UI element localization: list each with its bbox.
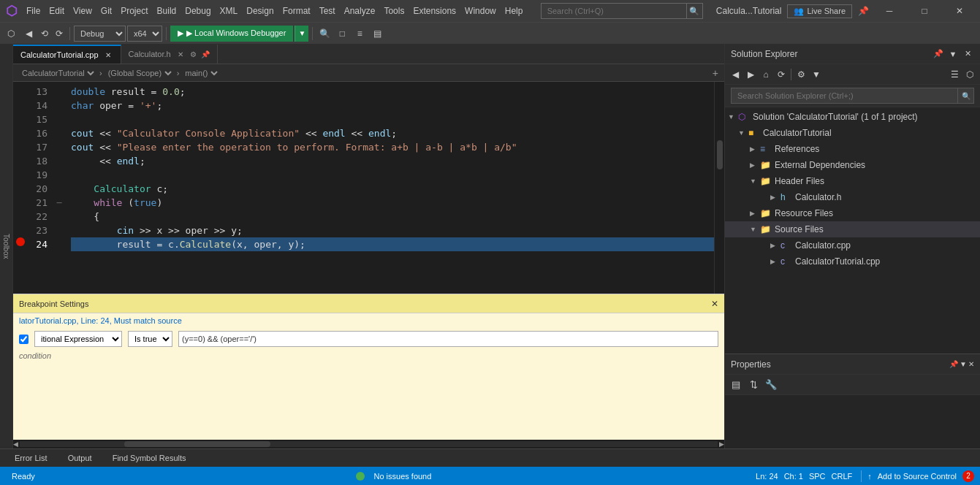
tab-pin-btn[interactable]: 📌: [201, 50, 210, 58]
breakpoint-indicator[interactable]: [13, 234, 28, 248]
editor-add-btn[interactable]: +: [713, 67, 718, 79]
se-forward-btn[interactable]: ▶: [743, 67, 758, 82]
menu-debug[interactable]: Debug: [181, 3, 215, 19]
tab-calculator-h[interactable]: Calculator.h ✕ ⚙ 📌: [121, 45, 218, 64]
menu-git[interactable]: Git: [96, 3, 116, 19]
bottom-tab-find-symbols[interactable]: Find Symbol Results: [104, 452, 195, 464]
se-settings-btn[interactable]: ⚙: [794, 67, 808, 82]
menu-format[interactable]: Format: [278, 3, 315, 19]
ext-deps-label: External Dependencies: [775, 160, 865, 170]
run-button[interactable]: ▶ ▶ Local Windows Debugger: [170, 26, 293, 42]
bp-condition-type[interactable]: itional Expression: [34, 331, 122, 347]
menu-file[interactable]: File: [22, 3, 45, 19]
bottom-tab-error-list[interactable]: Error List: [6, 452, 56, 464]
resource-files-arrow: ▶: [750, 210, 760, 217]
se-search-input[interactable]: [731, 88, 958, 104]
tab-close-1[interactable]: ✕: [103, 50, 113, 60]
menu-help[interactable]: Help: [501, 3, 528, 19]
hscroll-right[interactable]: ▶: [719, 440, 724, 448]
tree-item-source-files[interactable]: ▼ 📁 Source Files: [725, 221, 980, 237]
platform-dropdown[interactable]: x64 x86: [127, 26, 162, 42]
breakpoint-gutter: [13, 82, 28, 294]
se-close-btn[interactable]: ✕: [961, 47, 974, 61]
tree-item-project[interactable]: ▼ ■ CalculatorTutorial: [725, 125, 980, 141]
tab-settings-btn[interactable]: ⚙: [190, 50, 197, 58]
close-button[interactable]: ✕: [945, 1, 974, 21]
tree-item-header-files[interactable]: ▼ 📁 Header Files: [725, 173, 980, 189]
tab-close-2[interactable]: ✕: [175, 49, 186, 59]
se-filter-btn[interactable]: ▼: [809, 67, 824, 82]
toolbar-icon3[interactable]: ≡: [352, 26, 368, 42]
filepath-left-select[interactable]: CalculatorTutorial: [19, 66, 96, 80]
hscroll-left[interactable]: ◀: [13, 440, 18, 448]
bp-close-btn[interactable]: ✕: [711, 299, 718, 309]
ext-deps-icon: 📁: [760, 160, 772, 170]
global-search-input[interactable]: [541, 3, 687, 19]
menu-project[interactable]: Project: [116, 3, 152, 19]
se-pin-btn[interactable]: 📌: [932, 47, 945, 61]
editor-hscrollbar[interactable]: ◀ ▶: [13, 440, 724, 448]
prop-settings-btn[interactable]: 🔧: [763, 377, 779, 393]
forward-button[interactable]: ◀: [20, 26, 37, 42]
references-label: References: [775, 144, 819, 154]
prop-dropdown-btn[interactable]: ▼: [960, 360, 967, 368]
fold-button-while[interactable]: ─: [53, 196, 65, 210]
se-home-btn[interactable]: ⌂: [759, 67, 773, 82]
se-showall-btn[interactable]: ☰: [947, 67, 962, 82]
tree-item-references[interactable]: ▶ ≡ References: [725, 141, 980, 157]
se-preview-btn[interactable]: ⬡: [962, 67, 977, 82]
prop-sort-btn[interactable]: ⇅: [745, 377, 761, 393]
run-dropdown[interactable]: ▼: [295, 26, 308, 42]
filepath-scope-select[interactable]: (Global Scope): [105, 66, 174, 80]
editor-vscrollbar[interactable]: [714, 82, 724, 294]
redo-button[interactable]: ⟳: [53, 27, 66, 40]
maximize-button[interactable]: □: [910, 1, 939, 21]
filepath-func-select[interactable]: main(): [182, 66, 220, 80]
prop-pin-btn[interactable]: 📌: [949, 360, 958, 368]
tree-item-calculator-tutorial-cpp[interactable]: ▶ c CalculatorTutorial.cpp: [725, 253, 980, 270]
line-numbers: 13 14 15 16 17 18 19 20 21 22 23 24: [28, 82, 53, 294]
back-button[interactable]: ⬡: [3, 26, 19, 42]
se-dropdown-btn[interactable]: ▼: [946, 47, 960, 61]
prop-header: Properties 📌 ▼ ✕: [725, 354, 980, 375]
tree-item-ext-deps[interactable]: ▶ 📁 External Dependencies: [725, 157, 980, 173]
live-share-button[interactable]: 👥 Live Share: [787, 4, 852, 18]
undo-button[interactable]: ⟲: [38, 27, 51, 40]
menu-window[interactable]: Window: [460, 3, 501, 19]
calculator-cpp-arrow: ▶: [770, 242, 780, 249]
menu-edit[interactable]: Edit: [45, 3, 69, 19]
code-content[interactable]: double result = 0.0; char oper = '+'; co…: [65, 82, 714, 294]
menu-build[interactable]: Build: [153, 3, 181, 19]
prop-close-btn[interactable]: ✕: [968, 360, 974, 368]
tree-item-resource-files[interactable]: ▶ 📁 Resource Files: [725, 205, 980, 221]
live-share-icon: 👥: [794, 7, 804, 16]
minimize-button[interactable]: ─: [875, 1, 904, 21]
menu-view[interactable]: View: [69, 3, 96, 19]
bottom-tab-output[interactable]: Output: [59, 452, 101, 464]
se-back-btn[interactable]: ◀: [728, 67, 742, 82]
bp-expression-input[interactable]: [178, 331, 718, 347]
search-files-button[interactable]: 🔍: [316, 26, 333, 42]
se-refresh-btn[interactable]: ⟳: [774, 67, 789, 82]
status-no-issues: No issues found: [368, 472, 437, 481]
bp-is-true-select[interactable]: Is true: [128, 331, 172, 347]
toolbar-icon2[interactable]: □: [334, 26, 350, 42]
bp-checkbox[interactable]: [19, 335, 29, 344]
menu-extensions[interactable]: Extensions: [409, 3, 460, 19]
search-icon: 🔍: [687, 3, 703, 19]
toolbar-icon4[interactable]: ▤: [369, 26, 385, 42]
tree-item-calculator-cpp[interactable]: ▶ c Calculator.cpp: [725, 237, 980, 253]
tree-item-calculator-h[interactable]: ▶ h Calculator.h: [725, 189, 980, 205]
debug-config-dropdown[interactable]: Debug Release: [74, 26, 126, 42]
tab-calculator-tutorial[interactable]: CalculatorTutorial.cpp ✕: [13, 45, 121, 64]
toolbox-bar[interactable]: Toolbox: [0, 44, 13, 448]
add-source-control[interactable]: Add to Source Control: [875, 472, 960, 481]
tree-item-solution[interactable]: ▼ ⬡ Solution 'CalculatorTutorial' (1 of …: [725, 109, 980, 125]
status-bar: Ready No issues found Ln: 24 Ch: 1 SPC C…: [0, 467, 980, 485]
menu-test[interactable]: Test: [315, 3, 340, 19]
prop-categories-btn[interactable]: ▤: [728, 377, 744, 393]
menu-design[interactable]: Design: [242, 3, 278, 19]
menu-xml[interactable]: XML: [216, 3, 243, 19]
menu-analyze[interactable]: Analyze: [340, 3, 380, 19]
menu-tools[interactable]: Tools: [379, 3, 409, 19]
